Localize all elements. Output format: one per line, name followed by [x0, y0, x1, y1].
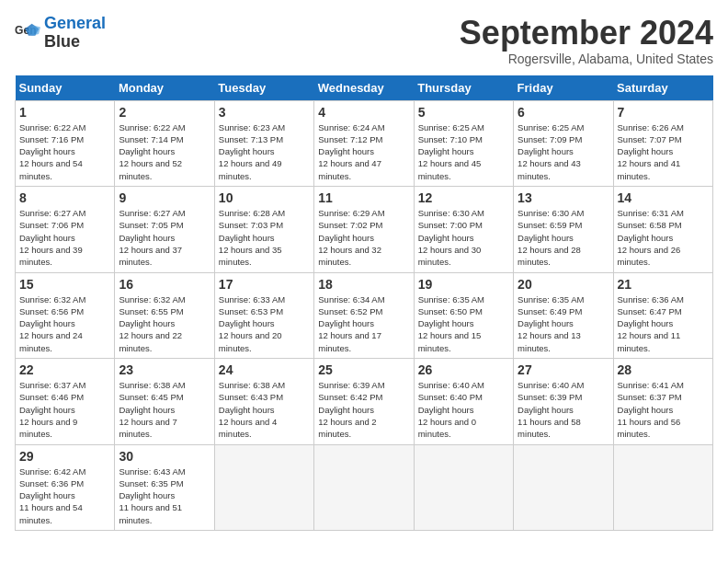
- calendar-cell: 14Sunrise: 6:31 AMSunset: 6:58 PMDayligh…: [613, 187, 712, 272]
- day-number: 28: [618, 362, 709, 377]
- calendar-cell: 25Sunrise: 6:39 AMSunset: 6:42 PMDayligh…: [314, 359, 414, 444]
- day-info: Sunrise: 6:29 AMSunset: 7:02 PMDaylight …: [318, 207, 409, 268]
- calendar-cell: 20Sunrise: 6:35 AMSunset: 6:49 PMDayligh…: [514, 272, 613, 358]
- month-title: September 2024: [460, 15, 713, 52]
- day-number: 12: [418, 190, 509, 205]
- calendar-cell: 28Sunrise: 6:41 AMSunset: 6:37 PMDayligh…: [613, 359, 712, 444]
- day-number: 5: [418, 105, 509, 120]
- calendar-cell: 11Sunrise: 6:29 AMSunset: 7:02 PMDayligh…: [314, 187, 414, 272]
- day-number: 17: [219, 277, 310, 292]
- day-info: Sunrise: 6:28 AMSunset: 7:03 PMDaylight …: [219, 207, 310, 268]
- calendar-cell: 23Sunrise: 6:38 AMSunset: 6:45 PMDayligh…: [115, 359, 214, 444]
- calendar-cell: 29Sunrise: 6:42 AMSunset: 6:36 PMDayligh…: [16, 444, 115, 530]
- calendar-cell: 5Sunrise: 6:25 AMSunset: 7:10 PMDaylight…: [414, 100, 513, 186]
- day-info: Sunrise: 6:38 AMSunset: 6:45 PMDaylight …: [119, 379, 210, 440]
- calendar-week-4: 29Sunrise: 6:42 AMSunset: 6:36 PMDayligh…: [16, 444, 713, 530]
- calendar-cell: 9Sunrise: 6:27 AMSunset: 7:05 PMDaylight…: [115, 187, 214, 272]
- day-number: 6: [518, 105, 609, 120]
- calendar-cell: 8Sunrise: 6:27 AMSunset: 7:06 PMDaylight…: [16, 187, 115, 272]
- day-info: Sunrise: 6:32 AMSunset: 6:55 PMDaylight …: [119, 293, 210, 354]
- calendar-header-row: SundayMondayTuesdayWednesdayThursdayFrid…: [16, 75, 713, 101]
- day-info: Sunrise: 6:35 AMSunset: 6:49 PMDaylight …: [518, 293, 609, 354]
- calendar-cell: 26Sunrise: 6:40 AMSunset: 6:40 PMDayligh…: [414, 359, 513, 444]
- calendar-week-1: 8Sunrise: 6:27 AMSunset: 7:06 PMDaylight…: [16, 187, 713, 272]
- calendar-cell: 17Sunrise: 6:33 AMSunset: 6:53 PMDayligh…: [214, 272, 313, 358]
- location: Rogersville, Alabama, United States: [460, 52, 713, 66]
- day-info: Sunrise: 6:38 AMSunset: 6:43 PMDaylight …: [219, 379, 310, 440]
- day-info: Sunrise: 6:35 AMSunset: 6:50 PMDaylight …: [418, 293, 509, 354]
- day-info: Sunrise: 6:32 AMSunset: 6:56 PMDaylight …: [19, 293, 110, 354]
- calendar-week-0: 1Sunrise: 6:22 AMSunset: 7:16 PMDaylight…: [16, 100, 713, 186]
- day-number: 24: [219, 362, 310, 377]
- day-info: Sunrise: 6:31 AMSunset: 6:58 PMDaylight …: [618, 207, 709, 268]
- calendar-cell: 10Sunrise: 6:28 AMSunset: 7:03 PMDayligh…: [214, 187, 313, 272]
- day-header-tuesday: Tuesday: [214, 75, 313, 101]
- day-info: Sunrise: 6:24 AMSunset: 7:12 PMDaylight …: [318, 121, 409, 182]
- title-block: September 2024 Rogersville, Alabama, Uni…: [460, 15, 713, 66]
- calendar-cell: 7Sunrise: 6:26 AMSunset: 7:07 PMDaylight…: [613, 100, 712, 186]
- day-header-monday: Monday: [115, 75, 214, 101]
- logo-icon: Gen: [15, 20, 40, 46]
- calendar-cell: 19Sunrise: 6:35 AMSunset: 6:50 PMDayligh…: [414, 272, 513, 358]
- calendar-cell: 1Sunrise: 6:22 AMSunset: 7:16 PMDaylight…: [16, 100, 115, 186]
- day-info: Sunrise: 6:25 AMSunset: 7:10 PMDaylight …: [418, 121, 509, 182]
- calendar-cell: [613, 444, 712, 530]
- day-number: 20: [518, 277, 609, 292]
- day-number: 9: [119, 190, 210, 205]
- day-header-thursday: Thursday: [414, 75, 513, 101]
- day-number: 19: [418, 277, 509, 292]
- day-number: 2: [119, 105, 210, 120]
- day-info: Sunrise: 6:27 AMSunset: 7:05 PMDaylight …: [119, 207, 210, 268]
- day-info: Sunrise: 6:22 AMSunset: 7:14 PMDaylight …: [119, 121, 210, 182]
- day-info: Sunrise: 6:30 AMSunset: 6:59 PMDaylight …: [518, 207, 609, 268]
- day-number: 3: [219, 105, 310, 120]
- day-number: 27: [518, 362, 609, 377]
- day-number: 1: [19, 105, 110, 120]
- day-info: Sunrise: 6:27 AMSunset: 7:06 PMDaylight …: [19, 207, 110, 268]
- day-info: Sunrise: 6:25 AMSunset: 7:09 PMDaylight …: [518, 121, 609, 182]
- day-header-saturday: Saturday: [613, 75, 712, 101]
- day-info: Sunrise: 6:43 AMSunset: 6:35 PMDaylight …: [119, 465, 210, 526]
- calendar-cell: 4Sunrise: 6:24 AMSunset: 7:12 PMDaylight…: [314, 100, 414, 186]
- day-number: 22: [19, 362, 110, 377]
- calendar-cell: 2Sunrise: 6:22 AMSunset: 7:14 PMDaylight…: [115, 100, 214, 186]
- day-info: Sunrise: 6:36 AMSunset: 6:47 PMDaylight …: [618, 293, 709, 354]
- page-header: Gen GeneralBlue September 2024 Rogersvil…: [15, 15, 713, 66]
- day-number: 25: [318, 362, 409, 377]
- day-info: Sunrise: 6:33 AMSunset: 6:53 PMDaylight …: [219, 293, 310, 354]
- calendar-cell: 24Sunrise: 6:38 AMSunset: 6:43 PMDayligh…: [214, 359, 313, 444]
- calendar-cell: 12Sunrise: 6:30 AMSunset: 7:00 PMDayligh…: [414, 187, 513, 272]
- day-info: Sunrise: 6:40 AMSunset: 6:40 PMDaylight …: [418, 379, 509, 440]
- calendar-cell: 22Sunrise: 6:37 AMSunset: 6:46 PMDayligh…: [16, 359, 115, 444]
- day-info: Sunrise: 6:40 AMSunset: 6:39 PMDaylight …: [518, 379, 609, 440]
- day-info: Sunrise: 6:37 AMSunset: 6:46 PMDaylight …: [19, 379, 110, 440]
- calendar-cell: 16Sunrise: 6:32 AMSunset: 6:55 PMDayligh…: [115, 272, 214, 358]
- calendar-week-2: 15Sunrise: 6:32 AMSunset: 6:56 PMDayligh…: [16, 272, 713, 358]
- day-header-friday: Friday: [514, 75, 613, 101]
- day-number: 11: [318, 190, 409, 205]
- day-number: 16: [119, 277, 210, 292]
- day-number: 14: [618, 190, 709, 205]
- day-info: Sunrise: 6:42 AMSunset: 6:36 PMDaylight …: [19, 465, 110, 526]
- day-number: 15: [19, 277, 110, 292]
- day-info: Sunrise: 6:39 AMSunset: 6:42 PMDaylight …: [318, 379, 409, 440]
- day-number: 18: [318, 277, 409, 292]
- day-number: 21: [618, 277, 709, 292]
- calendar-cell: 3Sunrise: 6:23 AMSunset: 7:13 PMDaylight…: [214, 100, 313, 186]
- calendar-cell: 21Sunrise: 6:36 AMSunset: 6:47 PMDayligh…: [613, 272, 712, 358]
- day-info: Sunrise: 6:22 AMSunset: 7:16 PMDaylight …: [19, 121, 110, 182]
- day-number: 29: [19, 449, 110, 464]
- calendar-cell: 13Sunrise: 6:30 AMSunset: 6:59 PMDayligh…: [514, 187, 613, 272]
- calendar-week-3: 22Sunrise: 6:37 AMSunset: 6:46 PMDayligh…: [16, 359, 713, 444]
- day-header-wednesday: Wednesday: [314, 75, 414, 101]
- day-info: Sunrise: 6:34 AMSunset: 6:52 PMDaylight …: [318, 293, 409, 354]
- calendar-cell: [514, 444, 613, 530]
- day-info: Sunrise: 6:41 AMSunset: 6:37 PMDaylight …: [618, 379, 709, 440]
- calendar-cell: 27Sunrise: 6:40 AMSunset: 6:39 PMDayligh…: [514, 359, 613, 444]
- calendar-cell: [414, 444, 513, 530]
- day-number: 7: [618, 105, 709, 120]
- calendar-cell: [214, 444, 313, 530]
- day-number: 13: [518, 190, 609, 205]
- day-number: 10: [219, 190, 310, 205]
- day-number: 23: [119, 362, 210, 377]
